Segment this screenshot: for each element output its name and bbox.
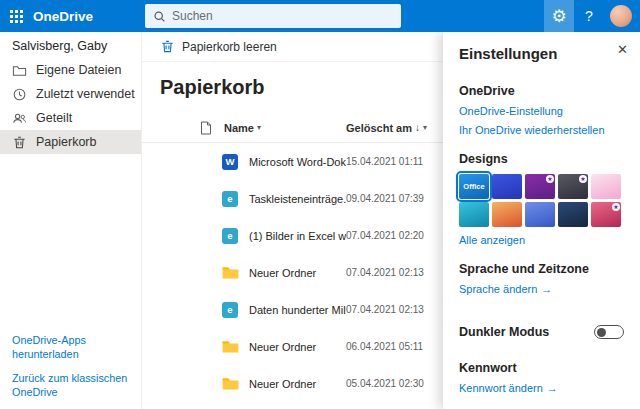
- search-input[interactable]: [172, 9, 393, 23]
- table-header: Name ▾ Gelöscht am ↓ ▾: [142, 113, 443, 143]
- file-name: Neuer Ordner: [249, 341, 346, 353]
- section-title-dark-mode: Dunkler Modus: [459, 325, 549, 339]
- theme-tile-sunset[interactable]: [492, 202, 522, 227]
- theme-tile-blue[interactable]: [492, 174, 522, 199]
- theme-tile-office[interactable]: Office: [459, 174, 489, 199]
- section-title-language: Sprache und Zeitzone: [459, 262, 624, 276]
- file-row[interactable]: e (1) Bilder in Excel werden nicht ge...…: [142, 217, 443, 254]
- close-button[interactable]: ✕: [617, 43, 628, 56]
- settings-panel: Einstellungen ✕ OneDrive OneDrive-Einste…: [443, 32, 640, 409]
- change-password-link[interactable]: Kennwort ändern →: [459, 382, 558, 394]
- sidebar-footer: OneDrive-Apps herunterladen Zurück zum k…: [12, 324, 136, 400]
- deleted-date: 09.04.2021 07:39: [346, 193, 443, 204]
- sidebar-item-zuletzt-verwendet[interactable]: Zuletzt verwendet: [0, 82, 141, 106]
- premium-star-icon: ★: [612, 203, 620, 211]
- sidebar-item-label: Eigene Dateien: [36, 63, 121, 77]
- theme-tile-label: Office: [459, 174, 489, 199]
- dark-mode-toggle[interactable]: [594, 325, 624, 339]
- file-row[interactable]: Neuer Ordner 06.04.2021 05:11: [142, 328, 443, 365]
- file-name: Microsoft Word-Dokument (neu)...: [249, 156, 346, 168]
- deleted-date: 07.04.2021 02:13: [346, 267, 443, 278]
- deleted-date: 07.04.2021 02:20: [346, 230, 443, 241]
- classic-onedrive-link[interactable]: Zurück zum klassischen OneDrive: [12, 371, 136, 400]
- people-icon: [12, 111, 27, 126]
- file-name: Taskleisteneinträge.URL: [249, 193, 346, 205]
- premium-star-icon: ★: [546, 175, 554, 183]
- user-name: Salvisberg, Gaby: [0, 32, 141, 56]
- settings-title: Einstellungen: [459, 45, 624, 62]
- file-type-column-icon[interactable]: [200, 121, 222, 135]
- help-icon: ?: [585, 8, 593, 24]
- top-bar: OneDrive ⚙ ?: [0, 0, 640, 32]
- theme-tiles-grid: Office ★ ★ ★: [459, 174, 624, 227]
- app-title: OneDrive: [33, 0, 93, 32]
- sidebar-item-eigene-dateien[interactable]: Eigene Dateien: [0, 58, 141, 82]
- theme-tile-dark-sparkle[interactable]: ★: [558, 174, 588, 199]
- clock-icon: [12, 87, 27, 102]
- main-content: Papierkorb leeren Papierkorb Name ▾ Gelö…: [142, 32, 443, 409]
- page-title: Papierkorb: [160, 76, 443, 99]
- theme-tile-navy[interactable]: [558, 202, 588, 227]
- sidebar-item-label: Zuletzt verwendet: [36, 87, 135, 101]
- account-avatar[interactable]: [610, 5, 632, 27]
- file-row[interactable]: Neuer Ordner 05.04.2021 02:30: [142, 365, 443, 402]
- onedrive-settings-link[interactable]: OneDrive-Einstellung: [459, 105, 624, 117]
- deleted-date: 06.04.2021 05:11: [346, 341, 443, 352]
- theme-tile-geometric-blue[interactable]: [525, 202, 555, 227]
- search-box[interactable]: [145, 4, 401, 28]
- empty-recycle-bin-button[interactable]: Papierkorb leeren: [182, 40, 277, 54]
- chevron-down-icon: ▾: [423, 123, 427, 132]
- file-row[interactable]: e Taskleisteneinträge.URL 09.04.2021 07:…: [142, 180, 443, 217]
- theme-tile-berry[interactable]: ★: [591, 202, 621, 227]
- url-file-icon: e: [222, 302, 238, 318]
- restore-onedrive-link[interactable]: Ihr OneDrive wiederherstellen: [459, 124, 624, 136]
- settings-button[interactable]: ⚙: [544, 0, 574, 32]
- file-list: W Microsoft Word-Dokument (neu)... 15.04…: [142, 143, 443, 402]
- deleted-date: 05.04.2021 02:30: [346, 378, 443, 389]
- sidebar-item-geteilt[interactable]: Geteilt: [0, 106, 141, 130]
- deleted-date: 07.04.2021 02:13: [346, 304, 443, 315]
- folder-file-icon: [220, 266, 240, 279]
- file-name: Neuer Ordner: [249, 378, 346, 390]
- chevron-down-icon: ▾: [257, 123, 261, 132]
- close-icon: ✕: [617, 42, 628, 57]
- theme-tile-unicorn[interactable]: [591, 174, 621, 199]
- help-button[interactable]: ?: [574, 0, 604, 32]
- show-all-themes-link[interactable]: Alle anzeigen: [459, 234, 624, 246]
- column-header-name[interactable]: Name ▾: [224, 122, 261, 134]
- sidebar-item-label: Papierkorb: [36, 135, 96, 149]
- file-row[interactable]: Neuer Ordner 07.04.2021 02:13: [142, 254, 443, 291]
- sort-desc-icon: ↓: [415, 122, 420, 133]
- deleted-date: 15.04.2021 01:11: [346, 156, 443, 167]
- column-header-deleted[interactable]: Gelöscht am ↓ ▾: [346, 122, 443, 134]
- arrow-right-icon: →: [547, 382, 558, 394]
- toggle-knob: [597, 328, 606, 337]
- trash-icon: [160, 39, 175, 54]
- section-title-designs: Designs: [459, 152, 624, 166]
- waffle-icon: [10, 10, 23, 23]
- folder-icon: [12, 63, 27, 78]
- change-language-link[interactable]: Sprache ändern →: [459, 283, 552, 295]
- sidebar-item-papierkorb[interactable]: Papierkorb: [0, 130, 141, 154]
- app-launcher-button[interactable]: [0, 0, 32, 32]
- download-apps-link[interactable]: OneDrive-Apps herunterladen: [12, 333, 136, 362]
- url-file-icon: e: [222, 191, 238, 207]
- sidebar-item-label: Geteilt: [36, 111, 72, 125]
- left-sidebar: Salvisberg, Gaby Eigene Dateien Zuletzt …: [0, 32, 142, 409]
- file-name: Daten hunderter Millionen Faceb...: [249, 304, 346, 316]
- command-bar: Papierkorb leeren: [142, 32, 443, 62]
- file-row[interactable]: W Microsoft Word-Dokument (neu)... 15.04…: [142, 143, 443, 180]
- file-name: (1) Bilder in Excel werden nicht ge...: [249, 230, 346, 242]
- file-name: Neuer Ordner: [249, 267, 346, 279]
- section-title-onedrive: OneDrive: [459, 84, 624, 98]
- section-title-password: Kennwort: [459, 361, 624, 375]
- folder-file-icon: [220, 340, 240, 353]
- recycle-bin-icon: [12, 135, 27, 150]
- sidebar-nav: Eigene Dateien Zuletzt verwendet Geteilt…: [0, 58, 141, 154]
- search-icon: [153, 10, 166, 23]
- word-file-icon: W: [222, 154, 238, 170]
- file-row[interactable]: e Daten hunderter Millionen Faceb... 07.…: [142, 291, 443, 328]
- theme-tile-water[interactable]: [459, 202, 489, 227]
- theme-tile-purple[interactable]: ★: [525, 174, 555, 199]
- gear-icon: ⚙: [551, 6, 566, 27]
